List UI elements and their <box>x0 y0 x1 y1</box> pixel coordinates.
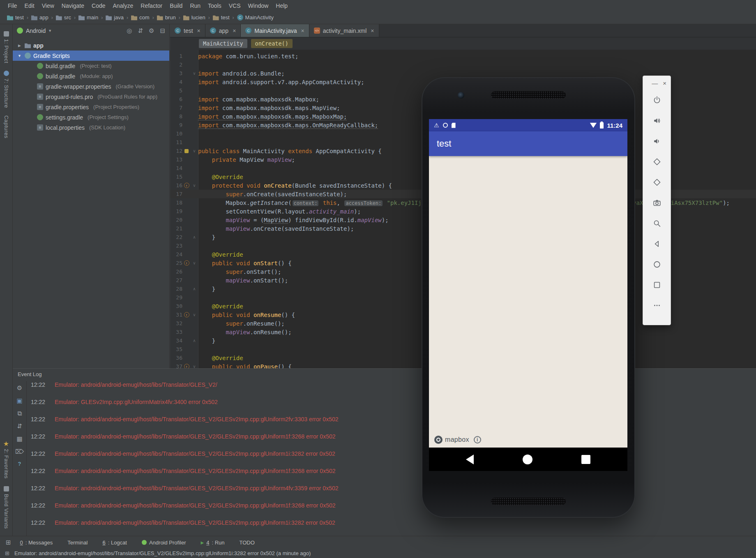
android-home-button[interactable] <box>523 455 532 464</box>
breadcrumb-src-2[interactable]: src <box>55 14 72 21</box>
menu-item-file[interactable]: File <box>4 0 21 11</box>
override-icon[interactable]: ↑ <box>182 364 191 368</box>
fold-icon[interactable]: ∨ <box>191 71 198 76</box>
menu-item-vcs[interactable]: VCS <box>225 0 244 11</box>
menu-item-edit[interactable]: Edit <box>21 0 38 11</box>
tab-activity-main-xml[interactable]: activity_main.xml× <box>309 24 379 37</box>
tool-window-0-messages[interactable]: 0: Messages <box>20 540 53 546</box>
android-recents-button[interactable] <box>581 455 590 464</box>
emulator-power-button[interactable] <box>648 90 666 110</box>
hide-panel-icon[interactable]: ⊟ <box>160 27 165 34</box>
menu-item-refactor[interactable]: Refactor <box>137 0 166 11</box>
windows-icon[interactable]: ⧉ <box>17 410 22 417</box>
emulator-back-button[interactable] <box>648 234 666 254</box>
emulator-volume-down-button[interactable] <box>648 131 666 152</box>
breadcrumb-mainactivity-9[interactable]: MainActivity <box>236 14 275 21</box>
tool-button-1-project[interactable]: 1: Project <box>3 31 9 63</box>
menu-item-tools[interactable]: Tools <box>204 0 225 11</box>
fold-icon[interactable]: ∨ <box>191 261 198 265</box>
log-entry-6[interactable]: 12:22Emulator: android/android-emugl/hos… <box>31 462 756 480</box>
tab-test[interactable]: test× <box>170 24 205 37</box>
tool-window-6-logcat[interactable]: 6: Logcat <box>102 540 127 546</box>
breadcrumb-lucien-7[interactable]: lucien <box>182 14 207 21</box>
project-view-selector[interactable]: Android ▼ <box>26 28 52 34</box>
emulator-volume-up-button[interactable] <box>648 110 666 131</box>
help-icon[interactable]: ? <box>18 461 21 467</box>
override-icon[interactable]: ↑ <box>182 260 191 266</box>
tool-window-android-profiler[interactable]: Android Profiler <box>142 540 186 546</box>
emulator-rotate-right-button[interactable] <box>648 172 666 193</box>
breadcrumb-test-0[interactable]: test <box>6 14 25 21</box>
close-tab-icon[interactable]: × <box>197 28 201 34</box>
fold-icon[interactable]: ∨ <box>191 312 198 317</box>
breadcrumb-app-1[interactable]: app <box>30 14 50 21</box>
emulator-rotate-left-button[interactable] <box>648 152 666 172</box>
emulator-zoom-button[interactable] <box>648 213 666 234</box>
window-switcher-icon[interactable] <box>6 539 11 546</box>
emulator-overview-button[interactable] <box>648 275 666 295</box>
tool-button-build-variants[interactable]: Build Variants <box>3 486 9 529</box>
menu-item-navigate[interactable]: Navigate <box>58 0 88 11</box>
tree-item-local-properties-sdk-location[interactable]: local.properties(SDK Location) <box>13 122 169 133</box>
override-icon[interactable]: ↑ <box>182 183 191 188</box>
clear-icon[interactable]: ⌦ <box>15 448 24 455</box>
tool-window-4-run[interactable]: 4: Run <box>201 540 225 546</box>
menu-item-view[interactable]: View <box>38 0 58 11</box>
fold-icon[interactable]: ∨ <box>191 183 198 188</box>
breadcrumb-com-5[interactable]: com <box>130 14 151 21</box>
tree-item-proguard-rules-pro-proguard-rules-for-app[interactable]: proguard-rules.pro(ProGuard Rules for ap… <box>13 92 169 102</box>
log-entry-3[interactable]: 12:22Emulator: android/android-emugl/hos… <box>31 411 756 428</box>
log-entry-7[interactable]: 12:22Emulator: android/android-emugl/hos… <box>31 480 756 497</box>
menu-item-run[interactable]: Run <box>186 0 204 11</box>
breadcrumb-mainactivity[interactable]: MainActivity <box>199 39 247 48</box>
fold-icon[interactable]: ∧ <box>191 287 198 291</box>
monitor-icon[interactable]: ▣ <box>16 397 22 404</box>
override-icon[interactable]: ↑ <box>182 312 191 317</box>
close-tab-icon[interactable]: × <box>233 28 236 34</box>
minimize-button[interactable]: — <box>652 80 658 86</box>
tree-item-gradle-scripts[interactable]: ▼Gradle Scripts <box>13 51 169 61</box>
tree-item-app[interactable]: ▶app <box>13 40 169 51</box>
settings-icon[interactable]: ⚙ <box>17 384 22 392</box>
log-entry-4[interactable]: 12:22Emulator: android/android-emugl/hos… <box>31 428 756 445</box>
tab-mainactivity-java[interactable]: MainActivity.java× <box>241 24 309 37</box>
emulator-camera-button[interactable] <box>648 193 666 213</box>
close-tab-icon[interactable]: × <box>301 28 304 34</box>
tree-item-gradle-wrapper-properties-gradle-version[interactable]: gradle-wrapper.properties(Gradle Version… <box>13 81 169 92</box>
fold-icon[interactable]: ∧ <box>191 338 198 343</box>
fold-icon[interactable]: ∨ <box>191 149 198 153</box>
menu-item-help[interactable]: Help <box>272 0 291 11</box>
tab-app[interactable]: app× <box>205 24 241 37</box>
menu-item-code[interactable]: Code <box>88 0 109 11</box>
log-entry-2[interactable]: 12:22Emulator: GLESv2Imp.cpp:glUniformMa… <box>31 393 756 411</box>
close-button[interactable]: × <box>663 80 666 86</box>
breadcrumb-oncreate[interactable]: onCreate() <box>251 39 293 48</box>
chevron-icon[interactable]: ▶ <box>17 44 22 48</box>
emulator-screen[interactable]: 11:24 test mapbox i <box>429 119 627 471</box>
window-switcher-icon[interactable] <box>5 550 9 556</box>
emulator-home-button[interactable] <box>648 254 666 275</box>
breadcrumb-test-8[interactable]: test <box>212 14 231 21</box>
tree-item-settings-gradle-project-settings[interactable]: settings.gradle(Project Settings) <box>13 112 169 122</box>
log-entry-9[interactable]: 12:22Emulator: android/android-emugl/hos… <box>31 514 756 531</box>
breadcrumb-brun-6[interactable]: brun <box>156 14 177 21</box>
log-entry-8[interactable]: 12:22Emulator: android/android-emugl/hos… <box>31 497 756 514</box>
tool-window-todo[interactable]: TODO <box>240 540 255 546</box>
menu-item-build[interactable]: Build <box>166 0 186 11</box>
log-entry-5[interactable]: 12:22Emulator: android/android-emugl/hos… <box>31 445 756 462</box>
tool-window-terminal[interactable]: Terminal <box>67 540 88 546</box>
menu-item-window[interactable]: Window <box>244 0 272 11</box>
collapse-all-icon[interactable]: ⇵ <box>138 27 143 34</box>
map-view[interactable]: mapbox i <box>429 156 627 448</box>
tool-button-2-favorites[interactable]: 2: Favorites <box>3 441 9 479</box>
grid-icon[interactable]: ▦ <box>16 435 22 443</box>
tool-button-7-structure[interactable]: 7: Structure <box>3 71 9 108</box>
fold-icon[interactable]: ∨ <box>191 364 198 368</box>
breadcrumb-java-4[interactable]: java <box>104 14 125 21</box>
menu-item-analyze[interactable]: Analyze <box>109 0 137 11</box>
settings-icon[interactable]: ⚙ <box>149 27 154 34</box>
locate-icon[interactable]: ◎ <box>127 27 132 34</box>
close-tab-icon[interactable]: × <box>371 28 374 34</box>
breadcrumb-main-3[interactable]: main <box>77 14 99 21</box>
tree-item-gradle-properties-project-properties[interactable]: gradle.properties(Project Properties) <box>13 102 169 112</box>
